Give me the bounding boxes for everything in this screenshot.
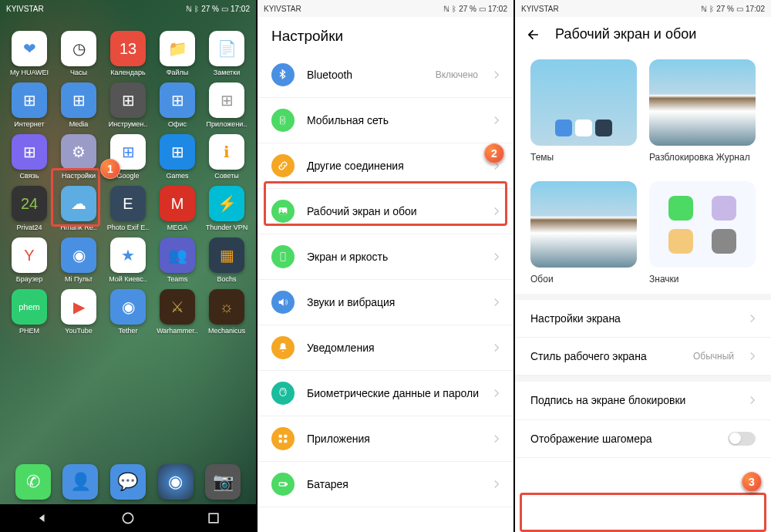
app-thundervpn[interactable]: ⚡Thunder VPN	[204, 186, 250, 231]
thumb-row: Темы Разблокировка Журнал	[515, 50, 771, 172]
chevron-right-icon	[493, 252, 500, 261]
setting-apps[interactable]: Приложения	[258, 416, 513, 462]
battery-icon: ▭	[221, 5, 228, 13]
app-mi[interactable]: ◉Mi Пульт	[56, 237, 102, 283]
app-[interactable]: ⊞Офис	[154, 82, 200, 128]
setting-bio[interactable]: Биометрические данные и пароли	[258, 371, 513, 416]
setting-label: Экран и яркость	[307, 250, 481, 264]
setting-link[interactable]: Другие соединения	[258, 143, 513, 189]
app-label: Офис	[168, 120, 187, 128]
chevron-right-icon	[749, 314, 756, 323]
chevron-right-icon	[749, 396, 756, 405]
time-label: 17:02	[488, 5, 507, 13]
nav-recent-icon[interactable]	[206, 510, 221, 526]
app-privat24[interactable]: 24Privat24	[6, 186, 52, 231]
setting-bt[interactable]: BluetoothВключено	[258, 52, 513, 98]
app-label: PHEM	[19, 327, 39, 335]
nfc-icon: ℕ	[701, 5, 707, 13]
app-label: Thunder VPN	[206, 224, 248, 231]
wallpaper-item[interactable]: Настройки экрана	[515, 300, 771, 338]
dock-phone[interactable]: ✆	[15, 464, 51, 500]
themes-option[interactable]: Темы	[530, 59, 637, 163]
setting-img[interactable]: Рабочий экран и обои	[258, 189, 513, 234]
app-mechanicus[interactable]: ☼Mechanicus	[204, 289, 250, 335]
app-[interactable]: 📁Файлы	[154, 31, 200, 76]
setting-sim[interactable]: Мобильная сеть	[258, 98, 513, 143]
app-label: Privat24	[16, 224, 42, 231]
app-[interactable]: ⚙Настройки	[56, 134, 102, 180]
wallpaper-item[interactable]: Стиль рабочего экранаОбычный	[515, 338, 771, 375]
phone-wallpaper: KYIVSTAR ℕ ᛒ 27 % ▭ 17:02 Рабочий экран …	[515, 0, 771, 532]
app-tether[interactable]: ◉Tether	[105, 289, 151, 335]
home-screen[interactable]: KYIVSTAR ℕ ᛒ 27 % ▭ 17:02 ❤My HUAWEI◷Час…	[0, 0, 256, 532]
app-label: Mi Пульт	[65, 275, 93, 283]
unlock-label: Разблокировка Журнал	[649, 152, 756, 163]
nav-back-icon[interactable]	[35, 510, 50, 526]
dock-ai[interactable]: ◉	[158, 464, 194, 500]
setting-bat[interactable]: Батарея	[258, 462, 513, 507]
app-games[interactable]: ⊞Games	[154, 134, 200, 180]
app-teams[interactable]: 👥Teams	[154, 237, 200, 283]
dock-contacts[interactable]: 👤	[62, 464, 98, 500]
app-icon: ⊞	[12, 134, 47, 170]
app-youtube[interactable]: ▶YouTube	[56, 289, 102, 335]
setting-label: Мобильная сеть	[307, 113, 481, 127]
app-[interactable]: ◷Часы	[56, 31, 102, 76]
wallpaper-item[interactable]: Отображение шагомера	[515, 420, 771, 458]
setting-snd[interactable]: Звуки и вибрация	[258, 280, 513, 325]
dock-messages[interactable]: 💬	[110, 464, 146, 500]
app-label: Games	[166, 172, 188, 180]
app-icon: E	[110, 186, 146, 221]
app-icon: ⚔	[160, 289, 195, 325]
chevron-right-icon	[493, 298, 500, 307]
app-warhammer[interactable]: ⚔Warhammer..	[154, 289, 200, 335]
app-bochs[interactable]: ▦Bochs	[204, 237, 250, 283]
wallpaper-item[interactable]: Подпись на экране блокировки	[515, 382, 771, 419]
app-myhuawei[interactable]: ❤My HUAWEI	[6, 31, 52, 76]
app-[interactable]: 13Календарь	[105, 31, 151, 76]
app-hmarikre[interactable]: ☁Hmarik Re..	[56, 186, 102, 231]
app-[interactable]: ⊞Приложени..	[204, 82, 250, 128]
app-phem[interactable]: phemPHEM	[6, 289, 52, 335]
app-[interactable]: ⊞Связь	[6, 134, 52, 180]
carrier-label: KYIVSTAR	[521, 5, 559, 13]
app-[interactable]: 📄Заметки	[204, 31, 250, 76]
app-[interactable]: YБраузер	[6, 237, 52, 283]
dock-icon: ◉	[158, 464, 194, 500]
app-[interactable]: ⊞Интернет	[6, 82, 52, 128]
mini-app-icon	[668, 229, 693, 254]
setting-label: Подпись на экране блокировки	[530, 393, 737, 407]
svg-rect-11	[284, 439, 287, 443]
setting-disp[interactable]: Экран и яркость	[258, 234, 513, 280]
status-right: ℕ ᛒ 27 % ▭ 17:02	[443, 5, 507, 13]
app-label: Часы	[70, 69, 87, 76]
dock-camera[interactable]: 📷	[205, 464, 241, 500]
bat-icon	[271, 473, 295, 496]
status-bar: KYIVSTAR ℕ ᛒ 27 % ▭ 17:02	[0, 0, 256, 17]
chevron-right-icon	[493, 207, 500, 216]
app-[interactable]: ℹСоветы	[204, 134, 250, 180]
divider	[515, 375, 771, 382]
app-[interactable]: ★Мой Киевс..	[105, 237, 151, 283]
back-icon[interactable]	[526, 27, 541, 42]
svg-rect-1	[209, 513, 218, 523]
unlock-thumb	[649, 59, 756, 146]
nfc-icon: ℕ	[186, 5, 192, 13]
settings-title: Настройки	[258, 17, 513, 52]
app-photoexife[interactable]: EPhoto Exif E..	[105, 186, 151, 231]
app-[interactable]: ⊞Инструмен..	[105, 82, 151, 128]
nav-home-icon[interactable]	[120, 510, 136, 526]
app-icon: 📄	[209, 31, 244, 66]
app-mega[interactable]: MMEGA	[154, 186, 200, 231]
mini-app-icon	[668, 196, 693, 221]
phone-home: KYIVSTAR ℕ ᛒ 27 % ▭ 17:02 ❤My HUAWEI◷Час…	[0, 0, 256, 532]
magazine-unlock-option[interactable]: Разблокировка Журнал	[649, 59, 756, 163]
icons-option[interactable]: Значки	[649, 181, 756, 285]
app-media[interactable]: ⊞Media	[56, 82, 102, 128]
toggle-switch[interactable]	[728, 432, 756, 446]
wallpaper-option[interactable]: Обои	[530, 181, 637, 285]
chevron-right-icon	[493, 116, 500, 125]
badge-2: 2	[484, 143, 504, 163]
app-label: Photo Exif E..	[107, 224, 150, 231]
setting-bell[interactable]: Уведомления	[258, 325, 513, 371]
